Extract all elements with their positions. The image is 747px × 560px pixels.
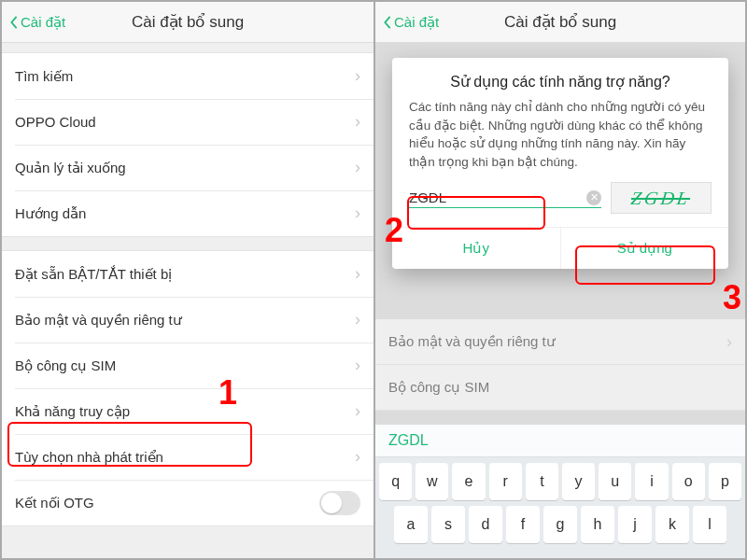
chevron-right-icon: › [355, 203, 360, 223]
key-j[interactable]: j [618, 506, 652, 543]
keyboard: ZGDL q w e r t y u i o p a s d [375, 425, 745, 558]
back-button[interactable]: Cài đặt [375, 14, 439, 31]
bg-row-security: Bảo mật và quyền riêng tư› [375, 319, 745, 365]
row-schedule-power[interactable]: Đặt sẵn BẬT/TẮT thiết bị› [2, 251, 374, 297]
key-s[interactable]: s [431, 506, 465, 543]
key-g[interactable]: g [543, 506, 577, 543]
left-screenshot: Cài đặt Cài đặt bổ sung Tìm kiếm› OPPO C… [2, 2, 374, 558]
key-a[interactable]: a [394, 506, 428, 543]
otg-toggle[interactable] [319, 491, 360, 515]
chevron-right-icon: › [355, 310, 360, 329]
captcha-input[interactable] [409, 189, 586, 205]
header: Cài đặt Cài đặt bổ sung [2, 2, 374, 43]
header: Cài đặt Cài đặt bổ sung [375, 2, 745, 43]
key-p[interactable]: p [709, 463, 741, 500]
chevron-right-icon: › [355, 158, 360, 177]
key-r[interactable]: r [489, 463, 522, 500]
key-k[interactable]: k [655, 506, 689, 543]
key-l[interactable]: l [693, 506, 726, 543]
captcha-image[interactable]: ZGDL [611, 182, 712, 214]
key-q[interactable]: q [379, 463, 412, 500]
key-i[interactable]: i [635, 463, 668, 500]
dialog-body: Các tính năng này chỉ dành cho những ngư… [392, 98, 728, 182]
row-otg[interactable]: Kết nối OTG [2, 480, 374, 525]
dialog-title: Sử dụng các tính năng trợ năng? [392, 58, 728, 98]
chevron-right-icon: › [355, 264, 360, 284]
row-security[interactable]: Bảo mật và quyền riêng tư› [2, 297, 374, 343]
chevron-left-icon [7, 16, 21, 29]
captcha-input-wrap: ✕ [409, 188, 601, 208]
chevron-right-icon: › [355, 401, 360, 421]
key-f[interactable]: f [506, 506, 540, 543]
key-h[interactable]: h [581, 506, 614, 543]
chevron-right-icon: › [355, 356, 360, 375]
back-label: Cài đặt [21, 14, 65, 31]
bg-row-sim: Bộ công cụ SIM [375, 365, 745, 411]
dialog-buttons: Hủy Sử dụng [392, 227, 728, 269]
row-developer-options[interactable]: Tùy chọn nhà phát triển› [2, 434, 374, 480]
row-accessibility[interactable]: Khả năng truy cập› [2, 388, 374, 434]
keyboard-rows: q w e r t y u i o p a s d f g h [375, 457, 745, 558]
clear-input-icon[interactable]: ✕ [586, 190, 601, 205]
key-e[interactable]: e [452, 463, 485, 500]
row-search[interactable]: Tìm kiếm› [2, 53, 374, 99]
settings-group-2: Đặt sẵn BẬT/TẮT thiết bị› Bảo mật và quy… [2, 250, 374, 526]
back-button[interactable]: Cài đặt [2, 14, 65, 31]
keyboard-suggestion[interactable]: ZGDL [375, 425, 745, 457]
settings-group-1: Tìm kiếm› OPPO Cloud› Quản lý tải xuống›… [2, 52, 374, 237]
accessibility-dialog: Sử dụng các tính năng trợ năng? Các tính… [392, 58, 728, 269]
chevron-right-icon: › [726, 332, 732, 352]
row-sim-toolkit[interactable]: Bộ công cụ SIM› [2, 343, 374, 388]
use-button[interactable]: Sử dụng [560, 228, 729, 269]
chevron-right-icon: › [355, 66, 360, 86]
row-guide[interactable]: Hướng dẫn› [2, 190, 374, 236]
right-screenshot: Cài đặt Cài đặt bổ sung Bảo mật và quyền… [374, 2, 745, 558]
dialog-input-row: ✕ ZGDL [392, 182, 728, 227]
key-y[interactable]: y [562, 463, 595, 500]
cancel-button[interactable]: Hủy [392, 228, 560, 269]
settings-content: Tìm kiếm› OPPO Cloud› Quản lý tải xuống›… [2, 43, 374, 558]
chevron-left-icon [381, 16, 394, 29]
key-d[interactable]: d [469, 506, 502, 543]
key-o[interactable]: o [672, 463, 705, 500]
row-oppo-cloud[interactable]: OPPO Cloud› [2, 99, 374, 145]
key-t[interactable]: t [526, 463, 558, 500]
key-w[interactable]: w [416, 463, 448, 500]
kb-row-1: q w e r t y u i o p [379, 463, 741, 500]
background-rows: Bảo mật và quyền riêng tư› Bộ công cụ SI… [375, 319, 745, 411]
chevron-right-icon: › [355, 112, 360, 132]
chevron-right-icon: › [355, 447, 360, 467]
key-u[interactable]: u [599, 463, 631, 500]
row-downloads[interactable]: Quản lý tải xuống› [2, 145, 374, 190]
back-label: Cài đặt [394, 14, 439, 31]
kb-row-2: a s d f g h j k l [379, 506, 741, 543]
